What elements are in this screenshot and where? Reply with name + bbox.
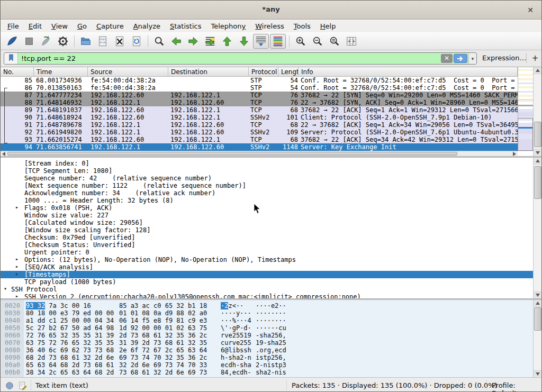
detail-line[interactable]: ▸SSH Version 2 (encryption:chacha20-poly… xyxy=(1,293,534,298)
expander-collapsed-icon[interactable]: ▸ xyxy=(15,204,19,210)
detail-line[interactable]: [Checksum Status: Unverified] xyxy=(1,241,534,249)
packet-row-89[interactable]: 8971.648191037192.168.122.60192.168.122.… xyxy=(1,106,518,114)
capture-options-button[interactable] xyxy=(55,34,71,49)
packet-list-scrollbar[interactable] xyxy=(533,67,542,156)
hex-row-0070[interactable]: 007063 75 72 76 65 32 35 3531 39 2d 73 6… xyxy=(1,339,534,347)
detail-line[interactable]: [Stream index: 0] xyxy=(1,160,534,167)
hex-row-0040[interactable]: 0040a1 dd c1 25 00 00 04 3406 14 f5 e8 f… xyxy=(1,317,534,324)
open-file-button[interactable] xyxy=(78,34,94,49)
detail-line[interactable]: Sequence number: 42 (relative sequence n… xyxy=(1,175,534,182)
menu-telephony[interactable]: Telephony xyxy=(206,21,250,32)
scroll-left-icon[interactable] xyxy=(1,151,7,156)
detail-line[interactable]: ▸Flags: 0x018 (PSH, ACK) xyxy=(1,204,534,212)
menu-analyze[interactable]: Analyze xyxy=(129,21,165,32)
column-header-info[interactable]: Info xyxy=(299,67,518,77)
scroll-down-icon[interactable] xyxy=(534,149,542,156)
scroll-up-icon[interactable] xyxy=(534,158,542,165)
scrollbar-thumb[interactable] xyxy=(534,122,541,147)
resize-columns-button[interactable] xyxy=(344,34,359,49)
restart-capture-button[interactable] xyxy=(38,34,54,49)
expander-collapsed-icon[interactable]: ▸ xyxy=(15,271,19,277)
hex-row-0050[interactable]: 00505c 27 b2 67 50 ad 64 981d 92 00 00 0… xyxy=(1,324,534,332)
menu-view[interactable]: View xyxy=(47,21,73,32)
details-scrollbar[interactable] xyxy=(533,158,542,298)
scroll-up-icon[interactable] xyxy=(534,300,542,307)
column-header-length[interactable]: Length xyxy=(278,67,299,77)
scrollbar-thumb[interactable] xyxy=(534,166,541,199)
packet-row-90[interactable]: 9071.648618924192.168.122.60192.168.122.… xyxy=(1,114,518,121)
detail-line[interactable]: Checksum: 0x79ed [unverified] xyxy=(1,234,534,241)
menu-wireless[interactable]: Wireless xyxy=(250,21,288,32)
filter-history-dropdown[interactable]: ▾ xyxy=(468,53,476,64)
hscrollbar-thumb[interactable] xyxy=(7,152,457,156)
expander-collapsed-icon[interactable]: ▸ xyxy=(15,263,19,269)
detail-line[interactable]: ▾SSH Protocol xyxy=(1,286,534,293)
column-header-source[interactable]: Source xyxy=(88,67,168,77)
packet-row-87[interactable]: 8771.647777234192.168.122.60192.168.122.… xyxy=(1,92,518,99)
close-button[interactable]: ✕ xyxy=(525,5,536,15)
menu-edit[interactable]: Edit xyxy=(24,21,47,32)
apply-filter-button[interactable] xyxy=(454,54,467,63)
expander-collapsed-icon[interactable]: ▸ xyxy=(15,293,19,298)
detail-line[interactable]: 1000 .... = Header Length: 32 bytes (8) xyxy=(1,197,534,204)
packet-row-94[interactable]: 9471.663856741192.168.122.1192.168.122.6… xyxy=(1,143,518,151)
column-header-destination[interactable]: Destination xyxy=(168,67,249,77)
menu-help[interactable]: Help xyxy=(315,21,341,32)
scroll-down-icon[interactable] xyxy=(534,370,542,377)
detail-line[interactable]: Window size value: 227 xyxy=(1,212,534,219)
save-file-button[interactable]: 01010110 xyxy=(95,34,111,49)
packet-row-88[interactable]: 8871.648146932192.168.122.1192.168.122.6… xyxy=(1,99,518,106)
detail-line[interactable]: TCP payload (1080 bytes) xyxy=(1,278,534,286)
column-header-time[interactable]: Time xyxy=(34,67,88,77)
scrollbar-thumb[interactable] xyxy=(534,307,541,331)
packet-row-86[interactable]: 8670.013850163fe:54:00:d4:38:2aSTP54Conf… xyxy=(1,84,518,92)
detail-line[interactable]: [TCP Segment Len: 1080] xyxy=(1,167,534,175)
find-packet-button[interactable] xyxy=(151,34,167,49)
packet-row-85[interactable]: 8568.001734936fe:54:00:d4:38:2aSTP54Conf… xyxy=(1,77,518,84)
hex-row-0020[interactable]: 0020c0 a8 7a 3c 00 16 93 3285 a3 ac c0 6… xyxy=(1,302,534,309)
expander-collapsed-icon[interactable]: ▸ xyxy=(15,256,19,262)
detail-line[interactable]: ▸[SEQ/ACK analysis] xyxy=(1,263,534,271)
hex-row-00a0[interactable]: 00a065 63 64 68 2d 73 68 6132 2d 6e 69 7… xyxy=(1,361,534,369)
add-filter-button[interactable]: + xyxy=(531,52,539,64)
stop-capture-button[interactable] xyxy=(21,34,37,49)
detail-line[interactable]: ▸[Timestamps] xyxy=(1,271,534,278)
hex-row-0080[interactable]: 008036 40 6c 69 62 73 73 682e 6f 72 67 2… xyxy=(1,347,534,354)
expression-button[interactable]: Expression… xyxy=(482,54,527,62)
menu-capture[interactable]: Capture xyxy=(92,21,129,32)
zoom-in-button[interactable] xyxy=(293,34,309,49)
scroll-up-icon[interactable] xyxy=(534,67,542,74)
colorize-packets-button[interactable] xyxy=(270,34,286,49)
hex-row-0060[interactable]: 006072 76 65 32 35 35 31 392d 73 68 61 3… xyxy=(1,332,534,339)
packet-row-92[interactable]: 9271.661949820192.168.122.1192.168.122.6… xyxy=(1,129,518,136)
detail-line[interactable]: ▸Options: (12 bytes), No-Operation (NOP)… xyxy=(1,256,534,263)
packet-row-91[interactable]: 9171.648789678192.168.122.1192.168.122.6… xyxy=(1,121,518,129)
reload-file-button[interactable] xyxy=(129,34,144,49)
filter-input[interactable] xyxy=(18,53,441,64)
hex-row-0030[interactable]: 003080 18 00 e3 79 ed 00 0001 01 08 0a d… xyxy=(1,309,534,317)
hex-row-0090[interactable]: 009068 2d 73 68 61 32 2d 6e69 73 74 70 3… xyxy=(1,354,534,361)
menu-go[interactable]: Go xyxy=(73,21,92,32)
scroll-right-icon[interactable] xyxy=(511,151,518,156)
column-header-no[interactable]: No. xyxy=(1,67,34,77)
menu-tools[interactable]: Tools xyxy=(289,21,315,32)
go-forward-button[interactable] xyxy=(185,34,201,49)
bytes-scrollbar[interactable] xyxy=(533,300,542,377)
capture-comment-button[interactable] xyxy=(18,381,28,390)
column-header-protocol[interactable]: Protocol xyxy=(249,67,278,77)
packet-row-93[interactable]: 9371.662015274192.168.122.60192.168.122.… xyxy=(1,136,518,143)
profile-label[interactable]: Profile: Default xyxy=(492,381,541,392)
go-to-packet-button[interactable] xyxy=(202,34,218,49)
zoom-out-button[interactable] xyxy=(310,34,326,49)
go-back-button[interactable] xyxy=(168,34,184,49)
auto-scroll-button[interactable] xyxy=(253,34,269,49)
minimap-viewport[interactable] xyxy=(518,118,533,151)
detail-line[interactable]: [Next sequence number: 1122 (relative se… xyxy=(1,182,534,189)
expert-info-button[interactable] xyxy=(5,381,14,390)
go-last-packet-button[interactable] xyxy=(236,34,252,49)
menu-file[interactable]: File xyxy=(3,21,24,32)
packet-list-hscrollbar[interactable] xyxy=(1,151,518,156)
detail-line[interactable]: [Window size scaling factor: 128] xyxy=(1,226,534,234)
detail-line[interactable]: [Calculated window size: 29056] xyxy=(1,219,534,226)
detail-line[interactable]: Acknowledgment number: 34 (relative ack … xyxy=(1,189,534,197)
